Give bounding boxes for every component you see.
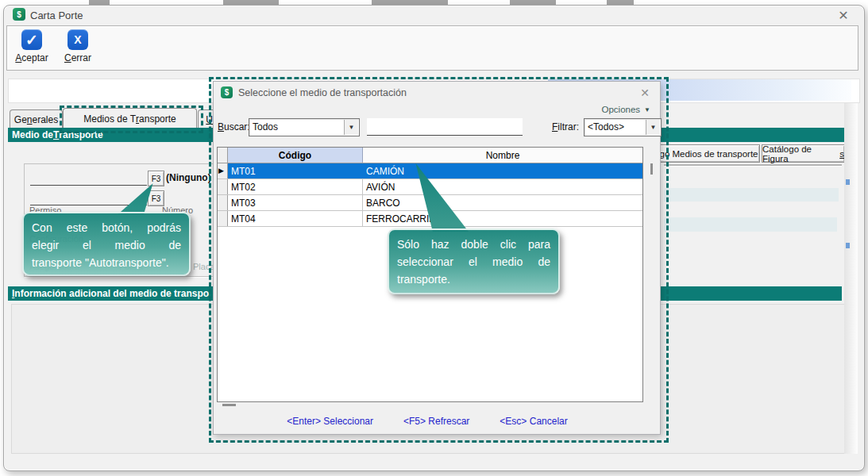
ninguno-label: (Ninguno) bbox=[166, 172, 211, 183]
dropdown-arrow-icon[interactable]: ▼ bbox=[344, 120, 358, 135]
dialog-title: Seleccione el medio de transportación bbox=[238, 87, 407, 98]
opciones-label: Opciones bbox=[601, 105, 640, 114]
tab-medios-de-transporte[interactable]: Medios de Transporte bbox=[63, 108, 197, 129]
dialog-close-icon[interactable]: ✕ bbox=[636, 85, 654, 101]
f3-button-medio[interactable]: F3 bbox=[148, 171, 164, 186]
buscar-label: Buscar: bbox=[218, 121, 250, 132]
cerrar-button[interactable]: X Cerrar bbox=[56, 29, 100, 67]
column-header-nombre[interactable]: Nombre bbox=[363, 148, 642, 163]
scroll-tick bbox=[846, 179, 850, 185]
callout-left-line: Con este botón, podrás bbox=[32, 219, 181, 236]
callout-modal-line: Sólo haz doble clic para bbox=[397, 236, 550, 253]
callout-left: Con este botón, podrás elegir el medio d… bbox=[22, 212, 191, 276]
tab-generales[interactable]: Generales bbox=[10, 109, 63, 129]
callout-modal-line: seleccionar el medio de bbox=[397, 253, 550, 271]
catalogo-figuras-button[interactable]: Catálogo de Figuras bbox=[762, 144, 845, 163]
check-icon: ✓ bbox=[21, 29, 42, 50]
right-field-band bbox=[664, 188, 839, 202]
callout-left-line: elegir el medio de bbox=[32, 236, 181, 254]
row-selector-header bbox=[218, 148, 228, 163]
catalogo-medios-transporte-button[interactable]: go Medios de transporte bbox=[658, 144, 760, 163]
cell-codigo[interactable]: MT02 bbox=[228, 179, 363, 194]
permiso-input[interactable] bbox=[30, 191, 147, 205]
medio-input[interactable] bbox=[30, 171, 147, 186]
column-header-codigo[interactable]: Código bbox=[228, 148, 363, 163]
cell-nombre[interactable]: AVIÓN bbox=[363, 179, 642, 194]
buscar-combo-value: Todos bbox=[253, 121, 278, 132]
buscar-combo[interactable]: Todos ▼ bbox=[249, 118, 360, 136]
cell-nombre[interactable]: FERROCARRIL bbox=[363, 211, 642, 226]
main-toolbar bbox=[6, 25, 858, 71]
cell-nombre[interactable]: CAMIÓN bbox=[363, 163, 642, 178]
filtrar-combo-value: <Todos> bbox=[588, 121, 624, 132]
x-icon: X bbox=[68, 29, 88, 50]
scrollbar-thumb[interactable] bbox=[650, 163, 653, 175]
row-pointer-icon: ▶ bbox=[218, 167, 224, 175]
scroll-tick bbox=[846, 243, 850, 248]
aceptar-label: Aceptar bbox=[10, 52, 54, 63]
f5-refrescar-link[interactable]: <F5> Refrescar bbox=[403, 416, 469, 427]
chevron-down-icon: ▼ bbox=[644, 106, 650, 113]
enter-seleccionar-link[interactable]: <Enter> Seleccionar bbox=[287, 416, 373, 427]
cell-codigo[interactable]: MT03 bbox=[228, 195, 363, 210]
right-field-band bbox=[664, 217, 837, 232]
callout-modal: Sólo haz doble clic para seleccionar el … bbox=[388, 228, 560, 294]
callout-modal-line: transporte. bbox=[397, 271, 550, 288]
opciones-menu[interactable]: Opciones ▼ bbox=[601, 105, 650, 114]
callout-left-line: transporte "Autotransporte". bbox=[32, 254, 181, 271]
table-row[interactable]: ▶ MT01 CAMIÓN bbox=[218, 163, 642, 179]
cell-codigo[interactable]: MT01 bbox=[228, 163, 363, 178]
resize-handle[interactable] bbox=[222, 404, 236, 406]
table-header-row: Código Nombre bbox=[218, 148, 642, 163]
esc-cancelar-link[interactable]: <Esc> Cancelar bbox=[500, 416, 567, 427]
screen: $ Carta Porte ✕ ✓ Aceptar X Cerrar Gener… bbox=[0, 0, 868, 476]
filtrar-combo[interactable]: <Todos> ▼ bbox=[584, 118, 662, 136]
window-title: Carta Porte bbox=[30, 10, 83, 21]
aceptar-button[interactable]: ✓ Aceptar bbox=[10, 29, 54, 67]
right-edge-strip bbox=[844, 103, 858, 454]
window-close-icon[interactable]: ✕ bbox=[834, 6, 853, 24]
dialog-footer: <Enter> Seleccionar <F5> Refrescar <Esc>… bbox=[214, 416, 660, 427]
dropdown-arrow-icon[interactable]: ▼ bbox=[646, 120, 660, 135]
app-logo-icon: $ bbox=[221, 86, 233, 98]
right-groupbox-groove bbox=[664, 164, 842, 166]
search-input[interactable] bbox=[367, 118, 523, 136]
cerrar-label: Cerrar bbox=[56, 52, 100, 63]
cell-nombre[interactable]: BARCO bbox=[363, 195, 642, 210]
app-logo-icon: $ bbox=[13, 8, 25, 21]
filtrar-label: Filtrar: bbox=[552, 121, 579, 132]
f3-button-permiso[interactable]: F3 bbox=[148, 190, 164, 206]
cell-codigo[interactable]: MT04 bbox=[228, 211, 363, 226]
